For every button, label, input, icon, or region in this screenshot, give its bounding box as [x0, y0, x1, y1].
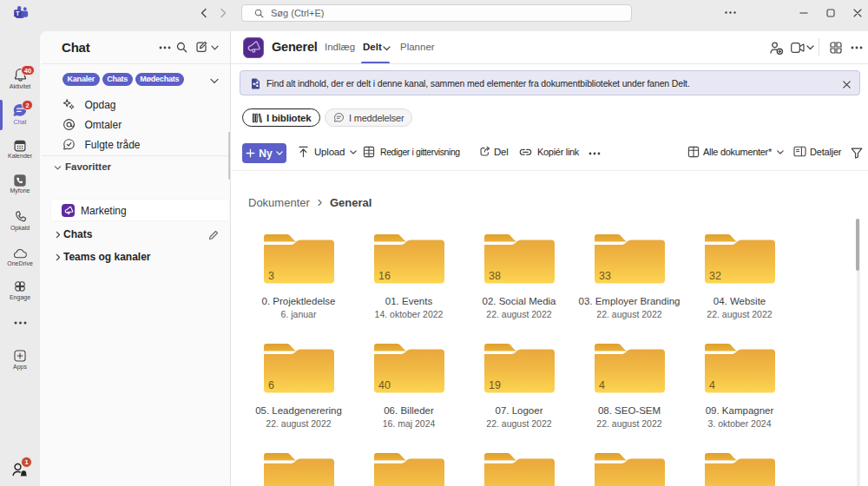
svg-text:T: T — [16, 10, 20, 17]
